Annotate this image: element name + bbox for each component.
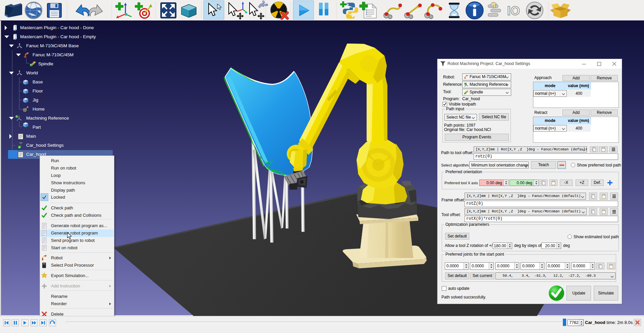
svg-text:IO: IO [507, 4, 520, 18]
